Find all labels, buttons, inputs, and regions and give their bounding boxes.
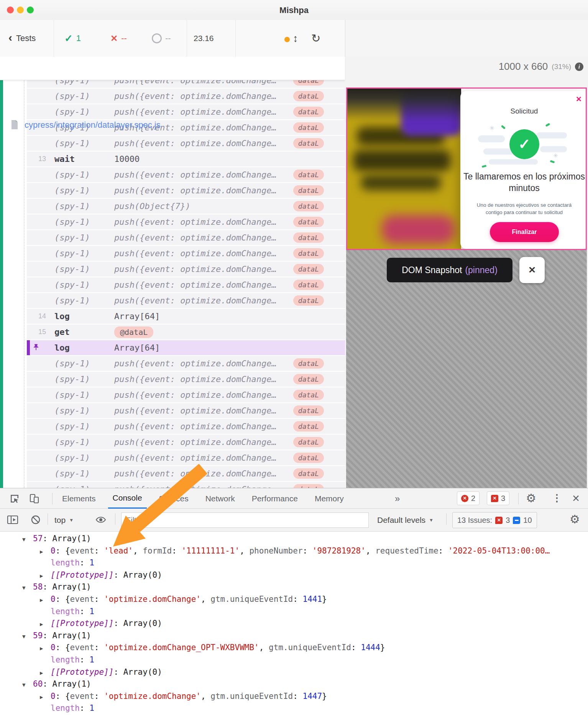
- object-key: 0: [51, 692, 56, 701]
- disclosure-triangle-icon[interactable]: ▼: [22, 682, 33, 688]
- devtools-close-icon[interactable]: ✕: [572, 493, 580, 504]
- command-row[interactable]: 14logArray[64]: [27, 309, 345, 324]
- command-row[interactable]: (spy-1)push({event: optimize.domChange…d…: [27, 136, 345, 151]
- console-text: :: [56, 692, 65, 701]
- command-row[interactable]: (spy-1)push(Object{7})dataL: [27, 199, 345, 214]
- disclosure-triangle-icon[interactable]: ▼: [22, 585, 33, 591]
- command-row[interactable]: (spy-1)push({event: optimize.domChange…d…: [27, 466, 345, 481]
- kebab-menu-icon[interactable]: ⋮: [552, 492, 562, 504]
- command-message: push({event: optimize.domChange…: [114, 249, 277, 258]
- command-method: log: [54, 343, 70, 353]
- spec-file-path[interactable]: cypress/integration/datalayer.spec.js: [25, 114, 161, 137]
- console-text: ,: [133, 546, 143, 555]
- finalizar-label: Finalizar: [512, 229, 537, 236]
- error-icon: ✕: [461, 495, 468, 502]
- command-message: push({event: optimize.domChange…: [114, 217, 277, 227]
- back-label: Tests: [16, 33, 36, 43]
- finalizar-button[interactable]: Finalizar: [490, 222, 559, 242]
- tab-console[interactable]: Console: [108, 488, 147, 509]
- scroll-toggle-icon[interactable]: ↕: [293, 20, 298, 57]
- divider: [52, 493, 53, 504]
- disclosure-triangle-icon[interactable]: ▼: [22, 633, 33, 639]
- command-row[interactable]: 15get@dataL: [27, 325, 345, 339]
- command-method: (spy-1): [54, 249, 90, 258]
- console-settings-icon[interactable]: ⚙: [570, 512, 580, 526]
- disclosure-triangle-icon[interactable]: ▶: [40, 694, 51, 700]
- command-message: push({event: optimize.domChange…: [114, 91, 277, 101]
- pinned-label: (pinned): [465, 265, 497, 275]
- command-row[interactable]: (spy-1)push({event: optimize.domChange…d…: [27, 293, 345, 308]
- confetti: [550, 160, 555, 163]
- info-icon[interactable]: i: [575, 63, 583, 71]
- tab-memory[interactable]: Memory: [310, 489, 348, 508]
- more-tabs-icon[interactable]: »: [395, 488, 400, 509]
- log-levels-selector[interactable]: Default levels ▼: [377, 509, 434, 531]
- devtools-settings-icon[interactable]: ⚙: [526, 491, 536, 505]
- command-message: Array[64]: [114, 343, 160, 353]
- console-text: :: [293, 595, 302, 604]
- console-text: }: [380, 643, 385, 652]
- datalayer-badge: dataL: [293, 201, 324, 211]
- divider: [235, 20, 236, 57]
- command-row[interactable]: (spy-1)push({event: optimize.domChange…d…: [27, 450, 345, 465]
- command-row[interactable]: (spy-1)push({event: optimize.domChange…d…: [27, 372, 345, 387]
- console-sidebar-icon[interactable]: [7, 514, 18, 525]
- back-to-tests-button[interactable]: ‹ Tests: [8, 20, 36, 57]
- disclosure-triangle-icon[interactable]: ▼: [22, 536, 33, 542]
- command-row[interactable]: (spy-1)push({event: optimize.domChange…d…: [27, 246, 345, 261]
- console-errors-badge[interactable]: ✕ 2: [457, 491, 480, 505]
- console-text: :: [80, 703, 89, 713]
- refresh-icon[interactable]: ↻: [311, 20, 320, 57]
- command-row[interactable]: (spy-1)push({event: optimize.domChange…d…: [27, 214, 345, 229]
- tab-network[interactable]: Network: [201, 489, 240, 508]
- command-row[interactable]: (spy-1)push({event: optimize.domChange…d…: [27, 435, 345, 450]
- console-filter-input[interactable]: [121, 512, 369, 528]
- command-row[interactable]: logArray[64]: [27, 340, 345, 355]
- console-entry: ▼60: Array(1): [0, 679, 588, 692]
- console-text: :: [80, 558, 89, 567]
- device-toolbar-icon[interactable]: [29, 493, 40, 504]
- unpin-snapshot-button[interactable]: ✕: [519, 257, 545, 283]
- command-indent-line: [24, 80, 25, 488]
- blurred-text-block: [361, 175, 441, 190]
- disclosure-triangle-icon[interactable]: ▶: [40, 621, 51, 627]
- command-row[interactable]: (spy-1)push({event: optimize.domChange…d…: [27, 387, 345, 402]
- command-row[interactable]: (spy-1)push({event: optimize.domChange…d…: [27, 482, 345, 488]
- issues-badge[interactable]: ✕ 3: [487, 491, 509, 505]
- command-message: push({event: optimize.domChange…: [114, 484, 277, 488]
- datalayer-badge: dataL: [293, 80, 324, 86]
- modal-close-icon[interactable]: ✕: [576, 95, 582, 104]
- command-row[interactable]: (spy-1)push({event: optimize.domChange…d…: [27, 183, 345, 198]
- issues-summary[interactable]: 13 Issues: ✕ 3 10: [452, 512, 537, 528]
- command-row[interactable]: (spy-1)push({event: optimize.domChange…d…: [27, 403, 345, 418]
- command-row[interactable]: (spy-1)push({event: optimize.domChange…d…: [27, 262, 345, 277]
- command-row[interactable]: (spy-1)push({event: optimize.domChange…d…: [27, 89, 345, 104]
- command-row[interactable]: (spy-1)push({event: optimize.domChange…d…: [27, 419, 345, 434]
- command-row[interactable]: (spy-1)push({event: optimize.domChange…d…: [27, 230, 345, 245]
- command-row[interactable]: (spy-1)push({event: optimize.domChange…d…: [27, 167, 345, 182]
- blurred-page-header: [347, 89, 461, 121]
- tab-elements[interactable]: Elements: [57, 489, 100, 508]
- disclosure-triangle-icon[interactable]: ▶: [40, 645, 51, 651]
- command-row[interactable]: (spy-1)push({event: optimize.domChange…d…: [27, 277, 345, 292]
- command-message: push({event: optimize.domChange…: [114, 170, 277, 180]
- command-message: push({event: optimize.domChange…: [114, 422, 277, 431]
- failed-stat: ✕ --: [110, 20, 127, 57]
- disclosure-triangle-icon[interactable]: ▶: [40, 549, 51, 555]
- issue-error-icon: ✕: [495, 517, 503, 524]
- disclosure-triangle-icon[interactable]: ▶: [40, 573, 51, 579]
- console-text: :: [56, 546, 65, 555]
- disclosure-triangle-icon[interactable]: ▶: [40, 597, 51, 603]
- command-row[interactable]: (spy-1)push({event: optimize.domChange…d…: [27, 356, 345, 371]
- context-selector[interactable]: top ▼: [54, 509, 74, 531]
- live-expression-icon[interactable]: [95, 515, 107, 525]
- command-row[interactable]: (spy-1)push({event: optimize.domChange…d…: [27, 80, 345, 88]
- datalayer-badge: dataL: [293, 232, 324, 243]
- disclosure-triangle-icon[interactable]: ▶: [40, 670, 51, 676]
- clear-console-icon[interactable]: [31, 515, 41, 525]
- tab-sources[interactable]: Sources: [154, 489, 193, 508]
- command-row[interactable]: 13wait10000: [27, 152, 345, 166]
- inspect-element-icon[interactable]: [9, 493, 20, 504]
- tab-performance[interactable]: Performance: [247, 489, 302, 508]
- command-message: push({event: optimize.domChange…: [114, 453, 277, 463]
